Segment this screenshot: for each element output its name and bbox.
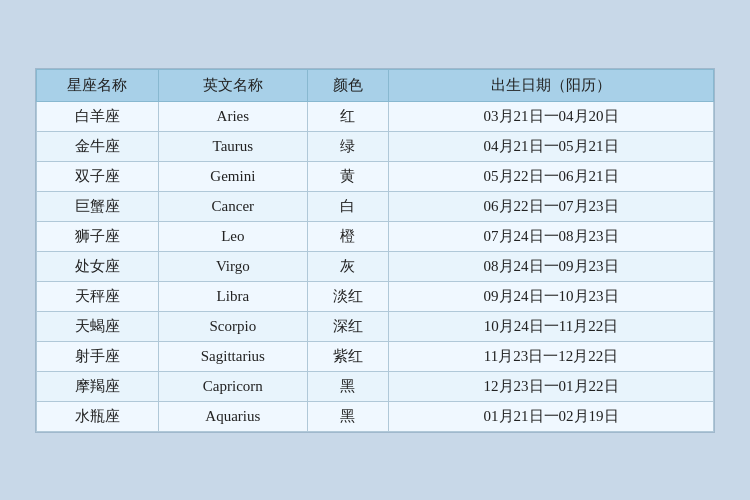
cell-chinese-name: 天秤座 bbox=[37, 281, 159, 311]
table-row: 天秤座Libra淡红09月24日一10月23日 bbox=[37, 281, 714, 311]
table-row: 摩羯座Capricorn黑12月23日一01月22日 bbox=[37, 371, 714, 401]
table-row: 金牛座Taurus绿04月21日一05月21日 bbox=[37, 131, 714, 161]
cell-chinese-name: 狮子座 bbox=[37, 221, 159, 251]
header-english-name: 英文名称 bbox=[158, 69, 307, 101]
cell-chinese-name: 天蝎座 bbox=[37, 311, 159, 341]
cell-color: 紫红 bbox=[307, 341, 388, 371]
cell-english-name: Aries bbox=[158, 101, 307, 131]
cell-color: 黑 bbox=[307, 401, 388, 431]
cell-color: 黄 bbox=[307, 161, 388, 191]
cell-date: 01月21日一02月19日 bbox=[389, 401, 714, 431]
table-row: 巨蟹座Cancer白06月22日一07月23日 bbox=[37, 191, 714, 221]
table-row: 处女座Virgo灰08月24日一09月23日 bbox=[37, 251, 714, 281]
header-chinese-name: 星座名称 bbox=[37, 69, 159, 101]
cell-color: 红 bbox=[307, 101, 388, 131]
table-body: 白羊座Aries红03月21日一04月20日金牛座Taurus绿04月21日一0… bbox=[37, 101, 714, 431]
cell-chinese-name: 射手座 bbox=[37, 341, 159, 371]
cell-date: 09月24日一10月23日 bbox=[389, 281, 714, 311]
header-date: 出生日期（阳历） bbox=[389, 69, 714, 101]
cell-english-name: Libra bbox=[158, 281, 307, 311]
cell-date: 04月21日一05月21日 bbox=[389, 131, 714, 161]
cell-english-name: Scorpio bbox=[158, 311, 307, 341]
cell-color: 黑 bbox=[307, 371, 388, 401]
cell-chinese-name: 处女座 bbox=[37, 251, 159, 281]
cell-color: 白 bbox=[307, 191, 388, 221]
cell-date: 06月22日一07月23日 bbox=[389, 191, 714, 221]
cell-color: 灰 bbox=[307, 251, 388, 281]
cell-english-name: Sagittarius bbox=[158, 341, 307, 371]
cell-english-name: Aquarius bbox=[158, 401, 307, 431]
cell-chinese-name: 双子座 bbox=[37, 161, 159, 191]
cell-chinese-name: 摩羯座 bbox=[37, 371, 159, 401]
cell-date: 07月24日一08月23日 bbox=[389, 221, 714, 251]
cell-date: 05月22日一06月21日 bbox=[389, 161, 714, 191]
table-row: 双子座Gemini黄05月22日一06月21日 bbox=[37, 161, 714, 191]
cell-english-name: Gemini bbox=[158, 161, 307, 191]
table-row: 白羊座Aries红03月21日一04月20日 bbox=[37, 101, 714, 131]
zodiac-table: 星座名称 英文名称 颜色 出生日期（阳历） 白羊座Aries红03月21日一04… bbox=[36, 69, 714, 432]
table-header-row: 星座名称 英文名称 颜色 出生日期（阳历） bbox=[37, 69, 714, 101]
header-color: 颜色 bbox=[307, 69, 388, 101]
zodiac-table-container: 星座名称 英文名称 颜色 出生日期（阳历） 白羊座Aries红03月21日一04… bbox=[35, 68, 715, 433]
table-row: 狮子座Leo橙07月24日一08月23日 bbox=[37, 221, 714, 251]
cell-english-name: Taurus bbox=[158, 131, 307, 161]
table-row: 水瓶座Aquarius黑01月21日一02月19日 bbox=[37, 401, 714, 431]
cell-date: 03月21日一04月20日 bbox=[389, 101, 714, 131]
cell-date: 10月24日一11月22日 bbox=[389, 311, 714, 341]
cell-chinese-name: 白羊座 bbox=[37, 101, 159, 131]
cell-english-name: Capricorn bbox=[158, 371, 307, 401]
cell-date: 12月23日一01月22日 bbox=[389, 371, 714, 401]
cell-date: 11月23日一12月22日 bbox=[389, 341, 714, 371]
cell-english-name: Leo bbox=[158, 221, 307, 251]
cell-chinese-name: 水瓶座 bbox=[37, 401, 159, 431]
cell-chinese-name: 金牛座 bbox=[37, 131, 159, 161]
cell-color: 橙 bbox=[307, 221, 388, 251]
cell-chinese-name: 巨蟹座 bbox=[37, 191, 159, 221]
cell-color: 深红 bbox=[307, 311, 388, 341]
table-row: 天蝎座Scorpio深红10月24日一11月22日 bbox=[37, 311, 714, 341]
cell-english-name: Cancer bbox=[158, 191, 307, 221]
cell-date: 08月24日一09月23日 bbox=[389, 251, 714, 281]
table-row: 射手座Sagittarius紫红11月23日一12月22日 bbox=[37, 341, 714, 371]
cell-color: 绿 bbox=[307, 131, 388, 161]
cell-english-name: Virgo bbox=[158, 251, 307, 281]
cell-color: 淡红 bbox=[307, 281, 388, 311]
